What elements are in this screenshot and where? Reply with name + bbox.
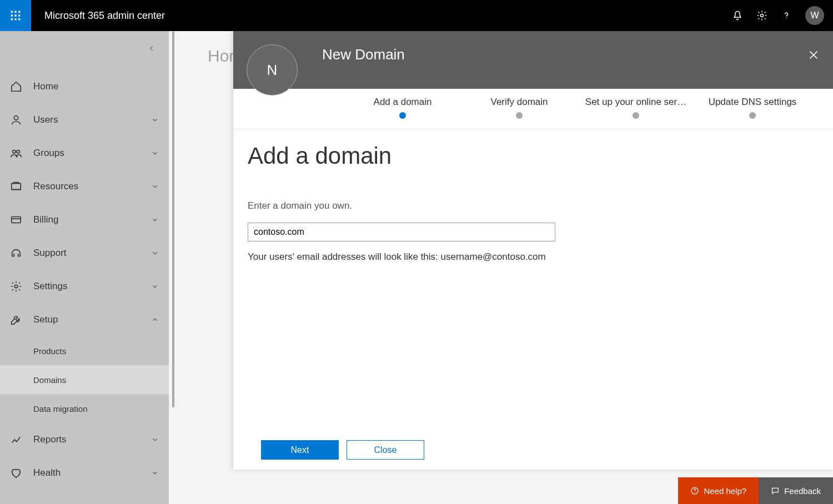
svg-point-9 xyxy=(761,14,764,17)
svg-rect-3 xyxy=(11,14,13,16)
svg-rect-14 xyxy=(12,184,21,190)
left-nav: Home Users Groups Resources Billing xyxy=(0,31,169,504)
nav-item-settings[interactable]: Settings xyxy=(0,270,169,303)
need-help-button[interactable]: Need help? xyxy=(678,477,759,504)
domain-hint: Your users' email addresses will look li… xyxy=(248,251,819,263)
top-bar: Microsoft 365 admin center W xyxy=(0,0,833,31)
svg-rect-6 xyxy=(11,18,13,20)
svg-point-13 xyxy=(17,150,19,154)
nav-item-billing[interactable]: Billing xyxy=(0,203,169,236)
svg-point-10 xyxy=(786,18,786,18)
svg-point-12 xyxy=(13,150,16,154)
account-avatar[interactable]: W xyxy=(805,6,824,25)
nav-sub-label: Data migration xyxy=(33,404,88,414)
svg-rect-5 xyxy=(18,14,20,16)
svg-point-18 xyxy=(695,492,695,493)
nav-item-setup[interactable]: Setup xyxy=(0,303,169,336)
nav-item-reports[interactable]: Reports xyxy=(0,423,169,456)
billing-icon xyxy=(10,214,22,226)
nav-label: Support xyxy=(33,248,67,259)
svg-rect-15 xyxy=(12,217,21,223)
chevron-down-icon xyxy=(151,249,159,257)
svg-point-11 xyxy=(14,116,18,120)
nav-item-groups[interactable]: Groups xyxy=(0,137,169,170)
feedback-label: Feedback xyxy=(784,486,821,496)
main-content: Hom N New Domain Add a domain Verify dom… xyxy=(169,31,833,504)
nav-label: Groups xyxy=(33,148,64,159)
chevron-down-icon xyxy=(151,149,159,157)
chevron-down-icon xyxy=(151,469,159,477)
chevron-down-icon xyxy=(151,216,159,224)
nav-sub-label: Domains xyxy=(33,375,66,385)
nav-item-resources[interactable]: Resources xyxy=(0,170,169,203)
user-icon xyxy=(10,114,22,126)
nav-label: Settings xyxy=(33,281,67,292)
panel-title: New Domain xyxy=(322,46,405,63)
panel-close-button[interactable] xyxy=(807,49,820,61)
nav-sub-domains[interactable]: Domains xyxy=(0,365,169,394)
domain-field-label: Enter a domain you own. xyxy=(248,200,819,211)
feedback-button[interactable]: Feedback xyxy=(759,477,833,504)
domain-input[interactable] xyxy=(248,223,555,241)
svg-point-16 xyxy=(14,285,18,288)
panel-heading: Add a domain xyxy=(248,143,819,169)
nav-sub-products[interactable]: Products xyxy=(0,336,169,365)
health-icon xyxy=(10,467,22,479)
nav-label: Home xyxy=(33,81,58,92)
avatar-initial: W xyxy=(810,11,819,21)
gear-icon xyxy=(10,280,22,293)
need-help-label: Need help? xyxy=(704,486,746,496)
home-icon xyxy=(10,80,22,93)
step-verify-domain[interactable]: Verify domain xyxy=(461,97,578,119)
domain-circle-initial: N xyxy=(267,62,278,79)
gear-icon xyxy=(756,10,767,21)
bell-icon xyxy=(732,10,743,21)
nav-sub-label: Products xyxy=(33,346,66,356)
notifications-button[interactable] xyxy=(732,10,743,21)
app-title: Microsoft 365 admin center xyxy=(44,10,165,22)
chevron-down-icon xyxy=(151,283,159,290)
settings-button[interactable] xyxy=(756,10,767,21)
step-label: Set up your online ser… xyxy=(585,97,686,107)
nav-item-support[interactable]: Support xyxy=(0,236,169,270)
step-label: Update DNS settings xyxy=(709,97,797,107)
close-button[interactable]: Close xyxy=(347,440,424,460)
collapse-nav-button[interactable] xyxy=(148,44,155,52)
help-circle-icon xyxy=(690,486,699,495)
step-label: Verify domain xyxy=(491,97,548,107)
svg-rect-1 xyxy=(14,11,16,13)
app-launcher-button[interactable] xyxy=(0,0,31,31)
panel-header: N New Domain xyxy=(233,31,833,89)
help-button[interactable] xyxy=(781,10,792,21)
step-update-dns[interactable]: Update DNS settings xyxy=(694,97,811,119)
support-icon xyxy=(10,247,22,259)
chevron-down-icon xyxy=(151,183,159,190)
nav-label: Setup xyxy=(33,314,58,325)
chevron-left-icon xyxy=(148,44,155,52)
add-domain-panel: N New Domain Add a domain Verify domain … xyxy=(233,31,833,470)
svg-rect-4 xyxy=(14,14,16,16)
step-setup-services[interactable]: Set up your online ser… xyxy=(578,97,694,119)
feedback-icon xyxy=(771,486,780,495)
nav-label: Health xyxy=(33,467,61,478)
chevron-down-icon xyxy=(151,116,159,124)
nav-item-home[interactable]: Home xyxy=(0,70,169,103)
next-button[interactable]: Next xyxy=(261,440,339,460)
step-label: Add a domain xyxy=(374,97,432,107)
reports-icon xyxy=(10,434,22,446)
close-icon xyxy=(807,49,820,61)
nav-item-users[interactable]: Users xyxy=(0,103,169,137)
chevron-up-icon xyxy=(151,316,159,324)
scrollbar[interactable] xyxy=(172,31,174,407)
chevron-down-icon xyxy=(151,436,159,443)
nav-item-health[interactable]: Health xyxy=(0,456,169,490)
nav-sub-data-migration[interactable]: Data migration xyxy=(0,394,169,423)
groups-icon xyxy=(10,147,22,159)
waffle-icon xyxy=(10,10,21,21)
svg-rect-2 xyxy=(18,11,20,13)
nav-label: Resources xyxy=(33,181,78,192)
svg-rect-8 xyxy=(18,18,20,20)
svg-rect-7 xyxy=(14,18,16,20)
step-add-domain[interactable]: Add a domain xyxy=(344,97,461,119)
nav-label: Reports xyxy=(33,434,67,445)
